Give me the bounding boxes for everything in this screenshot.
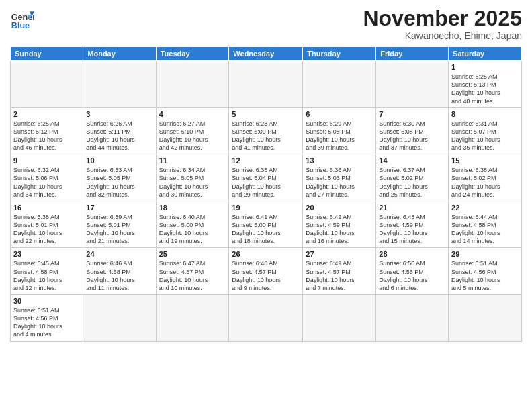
day-info: Sunrise: 6:31 AM Sunset: 5:07 PM Dayligh… <box>451 120 519 152</box>
day-info: Sunrise: 6:45 AM Sunset: 4:58 PM Dayligh… <box>13 259 80 292</box>
day-number: 13 <box>306 156 373 165</box>
day-info: Sunrise: 6:41 AM Sunset: 5:00 PM Dayligh… <box>232 213 300 246</box>
calendar-cell-0-4 <box>303 61 376 108</box>
day-number: 4 <box>159 110 226 118</box>
week-row-5: 30Sunrise: 6:51 AM Sunset: 4:56 PM Dayli… <box>11 295 522 342</box>
day-info: Sunrise: 6:37 AM Sunset: 5:02 PM Dayligh… <box>379 166 445 199</box>
day-number: 9 <box>13 156 80 165</box>
day-number: 22 <box>451 203 519 212</box>
week-row-4: 23Sunrise: 6:45 AM Sunset: 4:58 PM Dayli… <box>11 248 522 295</box>
day-info: Sunrise: 6:39 AM Sunset: 5:01 PM Dayligh… <box>86 213 152 246</box>
day-info: Sunrise: 6:51 AM Sunset: 4:56 PM Dayligh… <box>451 259 519 292</box>
day-info: Sunrise: 6:25 AM Sunset: 5:13 PM Dayligh… <box>451 73 519 105</box>
day-info: Sunrise: 6:46 AM Sunset: 4:58 PM Dayligh… <box>86 259 152 292</box>
day-info: Sunrise: 6:28 AM Sunset: 5:09 PM Dayligh… <box>232 120 300 152</box>
weekday-header-row: SundayMondayTuesdayWednesdayThursdayFrid… <box>11 47 522 61</box>
day-info: Sunrise: 6:30 AM Sunset: 5:08 PM Dayligh… <box>379 120 445 152</box>
calendar-cell-3-5: 21Sunrise: 6:43 AM Sunset: 4:59 PM Dayli… <box>376 201 449 248</box>
calendar-cell-3-6: 22Sunrise: 6:44 AM Sunset: 4:58 PM Dayli… <box>449 201 522 248</box>
calendar-cell-1-1: 3Sunrise: 6:26 AM Sunset: 5:11 PM Daylig… <box>83 107 156 154</box>
day-number: 27 <box>306 250 373 258</box>
calendar-cell-0-2 <box>156 61 229 108</box>
day-number: 12 <box>232 156 300 165</box>
calendar-cell-4-5: 28Sunrise: 6:50 AM Sunset: 4:56 PM Dayli… <box>376 248 449 295</box>
weekday-header-thursday: Thursday <box>303 47 376 61</box>
day-number: 14 <box>379 156 445 165</box>
week-row-1: 2Sunrise: 6:25 AM Sunset: 5:12 PM Daylig… <box>11 107 522 154</box>
calendar-cell-3-0: 16Sunrise: 6:38 AM Sunset: 5:01 PM Dayli… <box>11 201 83 248</box>
calendar-cell-1-2: 4Sunrise: 6:27 AM Sunset: 5:10 PM Daylig… <box>156 107 229 154</box>
day-info: Sunrise: 6:35 AM Sunset: 5:04 PM Dayligh… <box>232 166 300 199</box>
day-number: 7 <box>379 110 445 118</box>
day-number: 30 <box>13 297 80 305</box>
day-info: Sunrise: 6:44 AM Sunset: 4:58 PM Dayligh… <box>451 213 519 246</box>
weekday-header-wednesday: Wednesday <box>229 47 303 61</box>
day-info: Sunrise: 6:38 AM Sunset: 5:02 PM Dayligh… <box>451 166 519 199</box>
day-number: 16 <box>13 203 80 212</box>
day-number: 2 <box>13 110 80 118</box>
day-number: 5 <box>232 110 300 118</box>
day-number: 6 <box>306 110 373 118</box>
calendar-table: SundayMondayTuesdayWednesdayThursdayFrid… <box>10 46 522 341</box>
calendar-cell-1-4: 6Sunrise: 6:29 AM Sunset: 5:08 PM Daylig… <box>303 107 376 154</box>
calendar-cell-1-5: 7Sunrise: 6:30 AM Sunset: 5:08 PM Daylig… <box>376 107 449 154</box>
calendar-cell-5-2 <box>156 295 229 342</box>
calendar-cell-4-1: 24Sunrise: 6:46 AM Sunset: 4:58 PM Dayli… <box>83 248 156 295</box>
week-row-3: 16Sunrise: 6:38 AM Sunset: 5:01 PM Dayli… <box>11 201 522 248</box>
calendar-cell-4-4: 27Sunrise: 6:49 AM Sunset: 4:57 PM Dayli… <box>303 248 376 295</box>
day-number: 8 <box>451 110 519 118</box>
day-info: Sunrise: 6:27 AM Sunset: 5:10 PM Dayligh… <box>159 120 226 152</box>
calendar-cell-0-1 <box>83 61 156 108</box>
day-info: Sunrise: 6:43 AM Sunset: 4:59 PM Dayligh… <box>379 213 445 246</box>
day-info: Sunrise: 6:47 AM Sunset: 4:57 PM Dayligh… <box>159 259 226 292</box>
calendar-cell-5-3 <box>229 295 303 342</box>
calendar-cell-4-6: 29Sunrise: 6:51 AM Sunset: 4:56 PM Dayli… <box>449 248 522 295</box>
calendar-cell-2-0: 9Sunrise: 6:32 AM Sunset: 5:06 PM Daylig… <box>11 154 83 201</box>
calendar-subtitle: Kawanoecho, Ehime, Japan <box>363 30 522 41</box>
day-info: Sunrise: 6:48 AM Sunset: 4:57 PM Dayligh… <box>232 259 300 292</box>
calendar-cell-3-4: 20Sunrise: 6:42 AM Sunset: 4:59 PM Dayli… <box>303 201 376 248</box>
calendar-cell-4-2: 25Sunrise: 6:47 AM Sunset: 4:57 PM Dayli… <box>156 248 229 295</box>
day-number: 17 <box>86 203 152 212</box>
day-number: 10 <box>86 156 152 165</box>
calendar-cell-4-0: 23Sunrise: 6:45 AM Sunset: 4:58 PM Dayli… <box>11 248 83 295</box>
calendar-cell-0-5 <box>376 61 449 108</box>
day-info: Sunrise: 6:26 AM Sunset: 5:11 PM Dayligh… <box>86 120 152 152</box>
day-number: 1 <box>451 63 519 71</box>
weekday-header-friday: Friday <box>376 47 449 61</box>
calendar-cell-3-3: 19Sunrise: 6:41 AM Sunset: 5:00 PM Dayli… <box>229 201 303 248</box>
calendar-cell-5-5 <box>376 295 449 342</box>
calendar-cell-2-1: 10Sunrise: 6:33 AM Sunset: 5:05 PM Dayli… <box>83 154 156 201</box>
day-info: Sunrise: 6:25 AM Sunset: 5:12 PM Dayligh… <box>13 120 80 152</box>
day-info: Sunrise: 6:32 AM Sunset: 5:06 PM Dayligh… <box>13 166 80 199</box>
day-number: 24 <box>86 250 152 258</box>
calendar-cell-2-4: 13Sunrise: 6:36 AM Sunset: 5:03 PM Dayli… <box>303 154 376 201</box>
calendar-cell-0-6: 1Sunrise: 6:25 AM Sunset: 5:13 PM Daylig… <box>449 61 522 108</box>
day-info: Sunrise: 6:36 AM Sunset: 5:03 PM Dayligh… <box>306 166 373 199</box>
calendar-cell-1-3: 5Sunrise: 6:28 AM Sunset: 5:09 PM Daylig… <box>229 107 303 154</box>
logo: General Blue <box>10 7 34 31</box>
calendar-cell-2-5: 14Sunrise: 6:37 AM Sunset: 5:02 PM Dayli… <box>376 154 449 201</box>
week-row-2: 9Sunrise: 6:32 AM Sunset: 5:06 PM Daylig… <box>11 154 522 201</box>
day-number: 25 <box>159 250 226 258</box>
page: General Blue November 2025 Kawanoecho, E… <box>0 0 532 411</box>
calendar-cell-3-1: 17Sunrise: 6:39 AM Sunset: 5:01 PM Dayli… <box>83 201 156 248</box>
day-number: 11 <box>159 156 226 165</box>
weekday-header-tuesday: Tuesday <box>156 47 229 61</box>
calendar-cell-5-0: 30Sunrise: 6:51 AM Sunset: 4:56 PM Dayli… <box>11 295 83 342</box>
calendar-cell-3-2: 18Sunrise: 6:40 AM Sunset: 5:00 PM Dayli… <box>156 201 229 248</box>
weekday-header-saturday: Saturday <box>449 47 522 61</box>
day-number: 18 <box>159 203 226 212</box>
calendar-cell-0-0 <box>11 61 83 108</box>
day-number: 23 <box>13 250 80 258</box>
day-number: 15 <box>451 156 519 165</box>
calendar-cell-2-3: 12Sunrise: 6:35 AM Sunset: 5:04 PM Dayli… <box>229 154 303 201</box>
day-info: Sunrise: 6:50 AM Sunset: 4:56 PM Dayligh… <box>379 259 445 292</box>
day-number: 29 <box>451 250 519 258</box>
calendar-cell-5-6 <box>449 295 522 342</box>
day-number: 26 <box>232 250 300 258</box>
day-info: Sunrise: 6:42 AM Sunset: 4:59 PM Dayligh… <box>306 213 373 246</box>
svg-text:Blue: Blue <box>11 21 30 30</box>
calendar-title: November 2025 <box>363 7 522 30</box>
day-info: Sunrise: 6:49 AM Sunset: 4:57 PM Dayligh… <box>306 259 373 292</box>
